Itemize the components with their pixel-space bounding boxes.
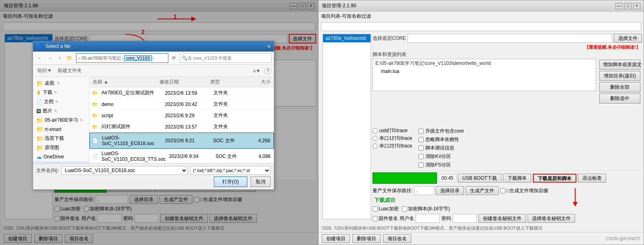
right-rename-project-btn[interactable]: 项目改名 [383, 234, 411, 243]
right-maximize-btn[interactable]: □ [624, 3, 632, 9]
right-window-title: 项目管理-2.1.90 [322, 2, 356, 9]
csdn-text: CSDN @FUNIOT [606, 236, 640, 241]
dialog-up-btn[interactable]: ↑ [56, 54, 63, 62]
clear-fs-checkbox[interactable]: 清除FS分区 [418, 162, 464, 168]
file-row-demo[interactable]: 📁 demo 2023/2/6 20:42 文件夹 [89, 99, 274, 110]
sidebar-desktop[interactable]: 📁 桌面 ✎ [33, 79, 89, 88]
right-script-label: 脚本和资源列表 [373, 51, 406, 58]
new-folder-btn[interactable]: 新建文件夹 [56, 66, 84, 75]
right-syntax-check-btn[interactable]: 语法检查 [578, 174, 606, 183]
file-row-ec618-tts[interactable]: 📄 LuatOS-SoC_V1103_EC618_TTS.soc 2023/2/… [89, 149, 274, 163]
organize-btn[interactable]: 组织▼ [35, 66, 54, 75]
soc-icon-ec618: 📄 [91, 137, 99, 144]
right-download-script-btn[interactable]: 下载脚本 [503, 174, 531, 183]
right-script-list: E:\05-air780E学习笔记\core_V1103\demo\hello_… [373, 59, 596, 91]
mass-label: 量产文件保存路径: [373, 187, 412, 194]
dialog-refresh-btn[interactable]: ⟳ [170, 54, 178, 62]
cloud-icon: ☁ [36, 154, 42, 160]
dialog-files: 名称 ▲ 修改日期 类型 大小 📁 Air780EG_定位测试固件 2023/2… [89, 77, 274, 163]
dialog-close-btn[interactable]: × [267, 43, 271, 50]
usb-trace-radio[interactable]: usb打印trace [373, 127, 412, 134]
uart2-trace-radio[interactable]: 串口2打印trace [373, 143, 412, 149]
right-sign-checkbox[interactable] [373, 216, 378, 221]
right-core-input[interactable]: E:\05-air780E学习笔记\core_V1103\LuatOS-SoC_… [408, 34, 612, 43]
delete-all-btn[interactable]: 删除全部 [599, 82, 640, 92]
col-name[interactable]: 名称 ▲ [91, 78, 158, 86]
right-close-btn[interactable]: × [633, 3, 640, 9]
view-btn[interactable]: ≡▼ [251, 67, 263, 75]
right-mass-path[interactable] [414, 186, 434, 195]
right-search-input[interactable] [321, 22, 641, 31]
right-minimize-btn[interactable]: — [615, 3, 623, 9]
dialog-path-text: 05-air780E学习笔记 [81, 55, 121, 61]
download-icon: ⬇ [36, 89, 41, 96]
sidebar-air780[interactable]: 📁 05-air780E学习 ✎ [33, 116, 89, 125]
col-size[interactable]: 大小 [244, 78, 272, 86]
right-username[interactable] [416, 214, 440, 223]
file-list-header: 名称 ▲ 修改日期 类型 大小 [89, 77, 274, 87]
sidebar-schematic[interactable]: 📁 原理图 [33, 143, 89, 152]
right-encrypt-checkbox[interactable] [402, 206, 407, 212]
ignore-deps-checkbox[interactable]: 忽略脚本依赖性 [418, 136, 464, 143]
right-luac-checkbox[interactable] [373, 206, 378, 212]
right-select-key-btn[interactable]: 选择签名秘钥文件 [528, 214, 575, 223]
uart1-trace-radio[interactable]: 串口1打印trace [373, 135, 412, 142]
folder-icon-schematic: 📁 [36, 145, 43, 151]
filename-label: 文件名(N): [36, 167, 59, 174]
dialog-title-bar: 🔵 Select a file × [33, 41, 274, 52]
sidebar-docs[interactable]: 📄 文档 ✎ [33, 97, 89, 106]
dialog-forward-btn[interactable]: → [46, 54, 55, 62]
right-filter-label: 项目列表-可按名称过滤 [321, 13, 371, 20]
folder-icon-row-script: 📁 [91, 112, 98, 119]
right-window: 项目管理-2.1.90 — □ × 项目列表-可按名称过滤 air780e_he… [318, 0, 644, 245]
right-download-all-btn[interactable]: 下载底层和脚本 [533, 174, 576, 183]
right-project-item[interactable]: air780e_helloworld [323, 34, 371, 42]
right-create-key-btn[interactable]: 创建签名秘钥文件 [478, 214, 526, 223]
filetype-select[interactable]: (*.lod;*.blf;*.zip;*.pac;*.ec;*.st [190, 166, 271, 175]
add-script-btn[interactable]: 增加脚本或资源文件 [599, 60, 640, 70]
file-dialog-overlay: 🔵 Select a file × ← → ↑ 📁 « 05-air780E学习… [0, 0, 318, 245]
right-delete-project-btn[interactable]: 删除项目 [352, 234, 381, 243]
debug-info-checkbox[interactable]: 脚本调试信息 [418, 145, 464, 152]
dialog-body: 📁 桌面 ✎ ⬇ 下载 ✎ 📄 文档 ✎ 🖼 [33, 77, 274, 163]
right-select-dir-btn[interactable]: 选择目录 [436, 186, 464, 195]
right-search-row [319, 21, 644, 32]
filename-input[interactable]: LuatOS-SoC_V1103_EC618.soc [61, 166, 188, 175]
dialog-back-btn[interactable]: ← [35, 54, 44, 62]
file-row-ec618[interactable]: 📄 LuatOS-SoC_V1103_EC618.soc 2023/2/6 9:… [89, 133, 274, 149]
col-date[interactable]: 修改日期 [158, 78, 209, 86]
file-row-script[interactable]: 📁 script 2023/2/6 9:29 文件夹 [89, 110, 274, 121]
dialog-home-btn[interactable]: 📁 [64, 54, 75, 62]
right-progress-bar [373, 172, 437, 184]
sidebar-pictures[interactable]: 🖼 图片 ✎ [33, 106, 89, 116]
right-suffix-checkbox[interactable] [500, 188, 505, 193]
right-project-list: air780e_helloworld [323, 34, 371, 219]
right-usb-boot-btn[interactable]: USB BOOT下载 [458, 174, 501, 183]
clear-kv-checkbox[interactable]: 清除KV分区 [418, 153, 464, 160]
sidebar-downloads[interactable]: ⬇ 下载 ✎ [33, 88, 89, 97]
col-type[interactable]: 类型 [209, 78, 244, 86]
folder-icon-row-demo: 📁 [91, 101, 98, 108]
folder-icon: 📁 [36, 80, 43, 87]
sidebar-thunder[interactable]: 📁 迅雷下载 [33, 134, 89, 143]
right-password[interactable] [453, 214, 477, 223]
sidebar-rtsmart[interactable]: 📁 rt-smart [33, 125, 89, 134]
delete-selected-btn[interactable]: 删除选中 [599, 93, 640, 104]
sidebar-onedrive[interactable]: ☁ OneDrive [33, 152, 89, 161]
dialog-open-btn[interactable]: 打开(O) [214, 176, 247, 187]
dialog-sidebar: 📁 桌面 ✎ ⬇ 下载 ✎ 📄 文档 ✎ 🖼 [33, 77, 89, 163]
right-choose-file-btn[interactable]: 选择文件 [614, 34, 642, 43]
add-dir-btn[interactable]: 增加目录(递归) [599, 71, 640, 81]
file-row-air780eg[interactable]: 📁 Air780EG_定位测试固件 2023/2/6 13:59 文件夹 [89, 87, 274, 99]
soc-icon-ec618-tts: 📄 [91, 153, 98, 160]
file-row-flash[interactable]: 📁 闪灯测试固件 2023/2/6 13:57 文件夹 [89, 121, 274, 133]
dialog-search-input[interactable] [188, 56, 270, 60]
success-text: 下载成功 [374, 197, 395, 203]
right-gen-btn[interactable]: 生成产文件 [466, 186, 499, 195]
script-file-row[interactable]: main.lua [373, 68, 596, 75]
right-create-project-btn[interactable]: 创建项目 [322, 234, 350, 243]
include-core-checkbox[interactable]: 升级文件包含core [418, 128, 464, 135]
right-filter-row: 项目列表-可按名称过滤 [319, 12, 644, 21]
help-btn[interactable]: ? [264, 67, 271, 75]
dialog-cancel-btn[interactable]: 取消 [251, 176, 271, 187]
